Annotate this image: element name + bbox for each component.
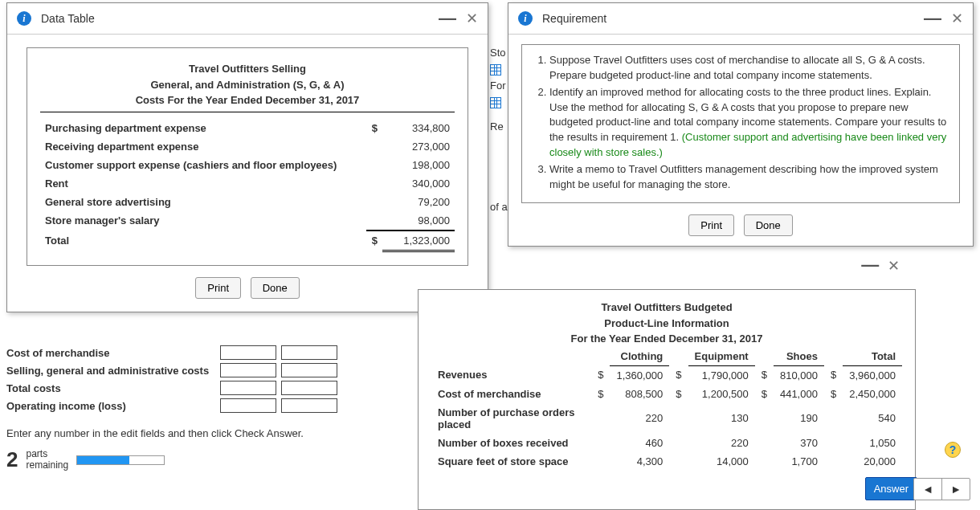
table-heading: Travel Outfitters Budgeted [431, 300, 902, 316]
instruction-text: Enter any number in the edit fields and … [6, 427, 416, 439]
table-heading: Product-Line Information [431, 316, 902, 332]
table-heading: General, and Administration (S, G, & A) [40, 77, 455, 93]
worksheet-row: Cost of merchandise [6, 344, 416, 361]
table-row: Revenues $1,360,000 $1,790,000 $810,000 … [431, 365, 902, 385]
parts-label: parts remaining [26, 449, 68, 470]
table-row: Square feet of store space 4,300 14,000 … [431, 452, 902, 471]
edit-field[interactable] [220, 345, 276, 360]
table-row: Cost of merchandise $808,500 $1,200,500 … [431, 385, 902, 403]
list-item: Write a memo to Travel Outfitters manage… [549, 162, 949, 193]
cost-table-box: Travel Outfitters Selling General, and A… [27, 47, 468, 266]
dialog-header: i Data Table — ✕ [7, 3, 488, 35]
parts-count: 2 [6, 447, 18, 472]
table-heading: For the Year Ended December 31, 2017 [431, 331, 902, 347]
parts-remaining: 2 parts remaining [6, 447, 416, 472]
edit-field[interactable] [220, 381, 276, 395]
edit-field[interactable] [220, 398, 276, 413]
table-row: Rent340,000 [40, 174, 455, 193]
done-button[interactable]: Done [744, 214, 793, 236]
minimize-icon[interactable]: — [861, 255, 879, 275]
table-row: General store advertising79,200 [40, 193, 455, 211]
close-button[interactable]: ✕ [466, 10, 478, 27]
row-label: Total costs [6, 382, 215, 394]
edit-field[interactable] [281, 363, 337, 377]
row-label: Cost of merchandise [6, 347, 215, 359]
info-icon: i [17, 11, 31, 26]
progress-bar [76, 455, 165, 465]
help-icon[interactable]: ? [945, 442, 961, 458]
table-total-row: Total$1,323,000 [40, 231, 455, 251]
bg-text: Re [490, 120, 504, 133]
close-icon[interactable]: ✕ [888, 258, 900, 274]
worksheet-row: Total costs [6, 379, 416, 397]
minimize-button[interactable]: — [924, 16, 941, 21]
nav-buttons: ◄ ► [913, 478, 970, 500]
print-button[interactable]: Print [688, 214, 734, 236]
print-button[interactable]: Print [195, 277, 241, 299]
dialog-title: Requirement [542, 12, 924, 25]
edit-field[interactable] [281, 345, 337, 360]
requirement-list: Suppose Travel Outfitters uses cost of m… [532, 53, 949, 193]
info-icon: i [518, 11, 533, 26]
table-row: Customer support expense (cashiers and f… [40, 156, 455, 174]
cost-table: Purchasing department expense$334,800 Re… [40, 119, 455, 252]
worksheet-row: Selling, general and administrative cost… [6, 361, 416, 379]
list-item: Suppose Travel Outfitters uses cost of m… [549, 53, 949, 84]
budget-table: Clothing Equipment Shoes Total Revenues … [431, 347, 902, 471]
dialog-header: i Requirement — ✕ [508, 3, 973, 35]
budget-table-box: Travel Outfitters Budgeted Product-Line … [418, 289, 916, 510]
dialog-title: Data Table [41, 12, 439, 25]
table-row: Number of purchase orders placed 220 130… [431, 403, 902, 434]
edit-field[interactable] [220, 363, 276, 377]
minimize-button[interactable]: — [439, 16, 456, 21]
table-heading: Travel Outfitters Selling [40, 61, 455, 77]
grid-icon [490, 96, 501, 108]
check-answer-button[interactable]: Answer [865, 477, 917, 500]
edit-field[interactable] [281, 381, 337, 395]
close-button[interactable]: ✕ [951, 10, 963, 27]
row-label: Selling, general and administrative cost… [6, 365, 215, 377]
bg-text: For [490, 80, 506, 92]
done-button[interactable]: Done [251, 277, 300, 299]
grid-icon [490, 63, 501, 75]
prev-button[interactable]: ◄ [914, 479, 942, 500]
bg-window-controls: — ✕ [861, 257, 900, 275]
table-row: Receiving department expense273,000 [40, 137, 455, 156]
data-table-dialog: i Data Table — ✕ Travel Outfitters Selli… [6, 2, 488, 312]
edit-field[interactable] [281, 398, 337, 413]
table-header-row: Clothing Equipment Shoes Total [431, 347, 902, 366]
table-row: Number of boxes received 460 220 370 1,0… [431, 434, 902, 452]
worksheet-row: Operating income (loss) [6, 397, 416, 414]
row-label: Operating income (loss) [6, 400, 215, 412]
requirement-dialog: i Requirement — ✕ Suppose Travel Outfitt… [508, 2, 974, 247]
bg-text: Sto [490, 47, 506, 59]
worksheet-area: Cost of merchandise Selling, general and… [6, 344, 416, 472]
list-item: Identify an improved method for allocati… [549, 85, 949, 161]
table-row: Purchasing department expense$334,800 [40, 119, 455, 137]
next-button[interactable]: ► [942, 479, 970, 500]
table-row: Store manager's salary98,000 [40, 211, 455, 231]
table-heading: Costs For the Year Ended December 31, 20… [40, 92, 455, 108]
